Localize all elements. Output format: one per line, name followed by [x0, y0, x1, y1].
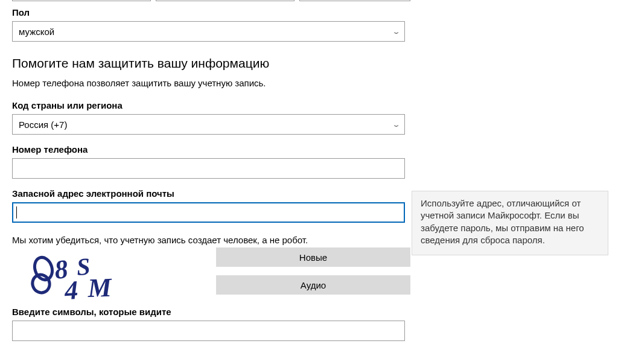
captcha-audio-button[interactable]: Аудио — [216, 275, 410, 295]
phone-label: Номер телефона — [12, 144, 410, 155]
chevron-down-icon: ⌄ — [392, 121, 400, 128]
captcha-image: 8 S 4 M — [12, 247, 216, 302]
phone-input[interactable] — [12, 158, 405, 179]
top-field-1[interactable] — [12, 0, 151, 1]
backup-email-input[interactable] — [12, 202, 405, 223]
backup-email-label: Запасной адрес электронной почты — [12, 188, 410, 199]
svg-point-1 — [30, 272, 53, 295]
country-code-label: Код страны или региона — [12, 100, 410, 110]
gender-value: мужской — [19, 27, 54, 37]
top-field-2[interactable] — [156, 0, 295, 1]
svg-text:4: 4 — [63, 275, 79, 302]
section-heading: Помогите нам защитить вашу информацию — [12, 56, 410, 71]
svg-text:M: M — [87, 273, 113, 302]
captcha-svg: 8 S 4 M — [30, 247, 127, 302]
gender-label: Пол — [12, 7, 410, 18]
gender-select[interactable]: мужской ⌄ — [12, 21, 405, 42]
country-code-select[interactable]: Россия (+7) ⌄ — [12, 114, 405, 135]
captcha-input-label: Введите символы, которые видите — [12, 307, 410, 317]
captcha-new-button[interactable]: Новые — [216, 247, 410, 267]
chevron-down-icon: ⌄ — [392, 28, 400, 35]
text-cursor — [16, 206, 17, 219]
backup-email-tooltip: Используйте адрес, отличающийся от учетн… — [412, 191, 608, 255]
country-code-value: Россия (+7) — [19, 120, 67, 130]
top-field-3[interactable] — [299, 0, 410, 1]
captcha-input[interactable] — [12, 321, 405, 341]
section-subtext: Номер телефона позволяет защитить вашу у… — [12, 78, 410, 88]
robot-check-text: Мы хотим убедиться, что учетную запись с… — [12, 235, 410, 245]
